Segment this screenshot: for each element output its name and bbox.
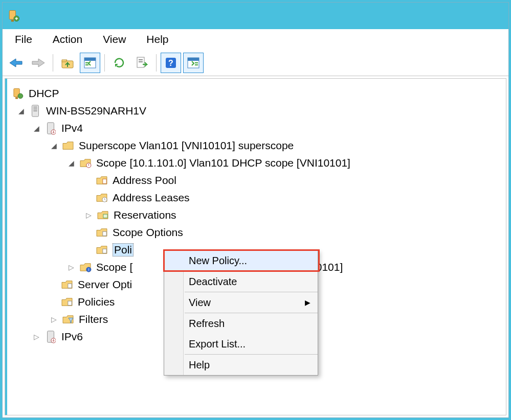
tree-label: WIN-BS529NARH1V <box>46 105 146 117</box>
context-menu-label: View <box>189 297 211 309</box>
context-menu-deactivate[interactable]: Deactivate <box>164 271 318 292</box>
tree-node-address-pool[interactable]: Address Pool <box>9 172 502 189</box>
svg-rect-10 <box>139 61 143 62</box>
tree-node-ipv4[interactable]: ◢ IPv4 <box>9 120 502 137</box>
toolbar-back[interactable] <box>6 53 26 73</box>
folder-icon <box>95 174 108 187</box>
context-menu: New Policy... Deactivate View ▶ Refresh … <box>164 250 318 376</box>
svg-rect-9 <box>139 59 143 60</box>
tree-label: Address Pool <box>113 174 176 186</box>
svg-point-19 <box>18 94 23 99</box>
tree-label: Scope [ <box>96 261 132 273</box>
tree-label: DHCP <box>29 87 59 100</box>
scope-folder-icon: i <box>79 261 92 274</box>
svg-rect-23 <box>33 110 37 111</box>
svg-text:?: ? <box>168 59 173 67</box>
svg-rect-21 <box>33 107 37 108</box>
tree-label: Scope Options <box>113 226 183 239</box>
tree-label: IPv4 <box>61 122 83 134</box>
menu-file[interactable]: File <box>6 31 41 48</box>
folder-icon <box>95 226 108 239</box>
expand-toggle-icon[interactable]: ◢ <box>66 158 76 168</box>
filter-folder-icon <box>61 313 75 326</box>
svg-rect-15 <box>195 62 198 63</box>
tree-label: Filters <box>79 313 108 325</box>
folder-icon <box>60 295 74 309</box>
ipv6-icon <box>44 330 57 343</box>
tree-label: IPv6 <box>61 331 83 343</box>
app-icon <box>7 9 21 23</box>
svg-rect-16 <box>195 64 198 65</box>
folder-icon <box>60 278 74 291</box>
svg-rect-22 <box>33 108 37 109</box>
menu-help[interactable]: Help <box>137 31 177 48</box>
toolbar-details-pane[interactable] <box>80 53 100 73</box>
context-menu-label: Refresh <box>189 318 225 330</box>
menu-view[interactable]: View <box>94 31 135 48</box>
folder-icon <box>61 139 75 152</box>
toolbar-sep-3 <box>156 54 157 72</box>
context-menu-help[interactable]: Help <box>164 355 318 375</box>
server-icon <box>29 104 42 118</box>
toolbar-refresh[interactable] <box>109 53 129 73</box>
tree-label: Server Opti <box>78 278 132 291</box>
tree-panel: DHCP ◢ WIN-BS529NARH1V ◢ IPv4 ◢ <box>5 78 506 415</box>
context-menu-label: New Policy... <box>189 255 247 267</box>
context-menu-view[interactable]: View ▶ <box>164 292 318 313</box>
tree-node-dhcp-root[interactable]: DHCP <box>9 85 502 102</box>
svg-rect-30 <box>103 231 106 236</box>
svg-rect-35 <box>68 301 72 305</box>
tree-label: Policies <box>78 296 115 308</box>
context-menu-refresh[interactable]: Refresh <box>164 313 318 334</box>
submenu-arrow-icon: ▶ <box>305 298 310 307</box>
context-menu-label: Help <box>189 359 210 371</box>
tree-node-server[interactable]: ◢ WIN-BS529NARH1V <box>9 102 502 120</box>
tree-label: Poli <box>114 244 132 255</box>
folder-icon <box>95 191 108 204</box>
expand-toggle-icon[interactable]: ▷ <box>49 315 58 324</box>
expand-toggle-icon[interactable]: ◢ <box>16 106 26 115</box>
tree-label: Reservations <box>114 209 176 221</box>
tree-node-scope-options[interactable]: Scope Options <box>9 224 502 241</box>
folder-icon <box>95 243 108 256</box>
tree-node-reservations[interactable]: ▷ Reservations <box>9 206 502 224</box>
toolbar-sep-1 <box>53 54 53 72</box>
context-menu-label: Deactivate <box>189 276 237 288</box>
toolbar-export[interactable] <box>131 53 152 73</box>
svg-rect-18 <box>15 97 18 99</box>
tree-label: Scope [10.1.101.0] Vlan101 DHCP scope [V… <box>96 157 350 169</box>
svg-rect-1 <box>11 20 14 22</box>
svg-rect-34 <box>68 284 72 288</box>
svg-rect-5 <box>84 58 96 61</box>
scope-folder-icon <box>79 156 92 170</box>
tree-label: Superscope Vlan101 [VNI10101] superscope <box>79 139 294 152</box>
expand-toggle-icon[interactable]: ▷ <box>84 211 93 220</box>
dhcp-mmc-window: File Action View Help ? <box>2 2 509 418</box>
svg-rect-14 <box>188 58 199 61</box>
tree-label: Address Leases <box>113 192 190 204</box>
svg-rect-27 <box>103 179 106 183</box>
context-menu-new-policy[interactable]: New Policy... <box>164 250 318 271</box>
context-menu-export-list[interactable]: Export List... <box>164 334 318 354</box>
toolbar-help[interactable]: ? <box>161 53 181 73</box>
titlebar <box>3 3 508 29</box>
toolbar-forward[interactable] <box>28 53 49 73</box>
ipv4-icon <box>44 122 57 135</box>
toolbar-action-pane[interactable] <box>183 53 204 73</box>
menubar: File Action View Help <box>3 29 508 50</box>
expand-toggle-icon[interactable]: ▷ <box>66 263 76 272</box>
tree-node-address-leases[interactable]: Address Leases <box>9 189 502 206</box>
svg-rect-7 <box>85 64 88 65</box>
tree-node-scope-1[interactable]: ◢ Scope [10.1.101.0] Vlan101 DHCP scope … <box>9 154 502 172</box>
context-menu-label: Export List... <box>189 338 246 350</box>
tree-node-superscope[interactable]: ◢ Superscope Vlan101 [VNI10101] supersco… <box>9 137 502 154</box>
expand-toggle-icon[interactable]: ▷ <box>32 332 41 341</box>
folder-icon <box>96 208 109 222</box>
expand-toggle-icon[interactable]: ◢ <box>49 141 58 150</box>
menu-action[interactable]: Action <box>43 31 92 48</box>
expand-toggle-icon[interactable]: ◢ <box>32 124 41 133</box>
dhcp-root-icon <box>11 87 25 100</box>
svg-rect-29 <box>103 214 107 218</box>
toolbar-sep-2 <box>104 54 105 72</box>
toolbar-up-folder[interactable] <box>57 53 78 73</box>
